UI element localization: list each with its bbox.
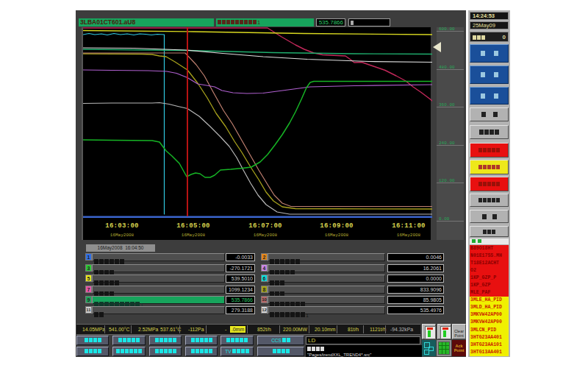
svg-text:16:05:00: 16:05:00 xyxy=(176,222,210,230)
svg-text:16May2008: 16May2008 xyxy=(325,233,349,238)
svg-text:16May2008: 16May2008 xyxy=(110,233,135,238)
svg-text:16:11:00: 16:11:00 xyxy=(392,222,426,230)
svg-text:16:09:00: 16:09:00 xyxy=(320,222,354,230)
svg-text:16:03:00: 16:03:00 xyxy=(105,222,139,230)
svg-text:16May2008: 16May2008 xyxy=(397,233,421,238)
svg-text:16:07:00: 16:07:00 xyxy=(248,222,282,230)
svg-text:16May2008: 16May2008 xyxy=(182,233,206,238)
svg-text:16May2008: 16May2008 xyxy=(254,233,278,238)
